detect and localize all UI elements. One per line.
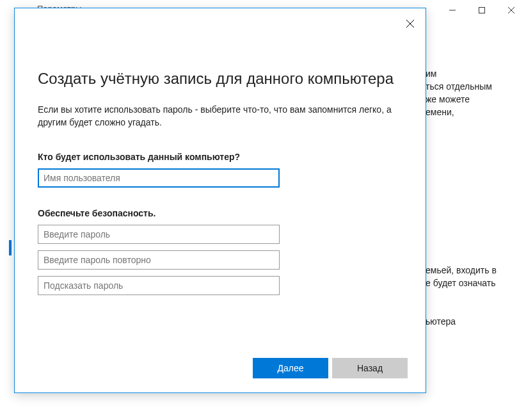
svg-rect-1 (479, 8, 485, 13)
next-button[interactable]: Далее (253, 358, 328, 378)
dialog-description: Если вы хотите использовать пароль - выб… (38, 103, 402, 129)
back-button[interactable]: Назад (332, 358, 408, 378)
password-confirm-input[interactable] (38, 250, 280, 270)
section-who-label: Кто будет использовать данный компьютер? (38, 152, 402, 162)
bg-text-1: им ться отдельным же можете емени, (426, 67, 526, 118)
create-account-dialog: Создать учётную запись для данного компь… (14, 8, 426, 393)
dialog-title: Создать учётную запись для данного компь… (38, 70, 402, 88)
close-dialog-button[interactable] (400, 13, 420, 34)
minimize-button[interactable] (438, 0, 467, 20)
close-window-button[interactable] (497, 0, 526, 20)
window-controls (438, 0, 526, 20)
section-security-label: Обеспечьте безопасность. (38, 208, 402, 218)
password-input[interactable] (38, 225, 280, 244)
left-accent (9, 240, 12, 255)
username-input[interactable] (38, 168, 280, 188)
bg-text-3: ьютера (426, 315, 526, 328)
bg-text-2: емьей, входить в е будет означать (426, 264, 526, 289)
maximize-button[interactable] (467, 0, 497, 20)
password-hint-input[interactable] (38, 276, 280, 295)
